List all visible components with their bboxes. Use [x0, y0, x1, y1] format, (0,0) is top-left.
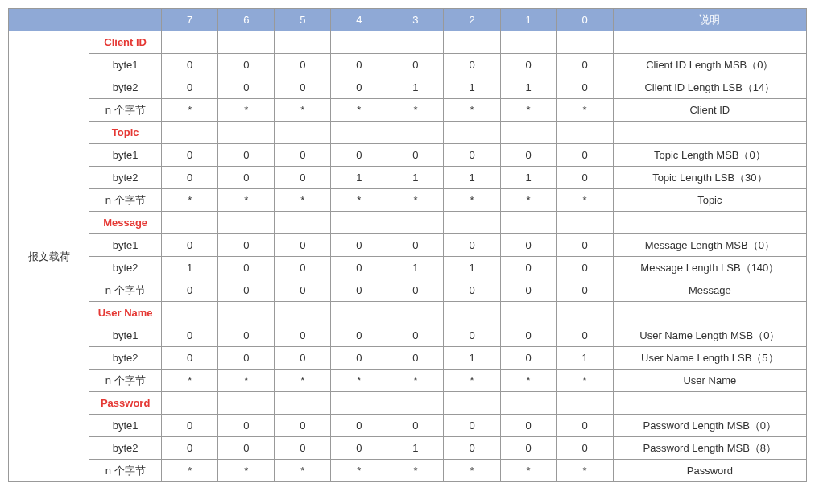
empty-cell	[556, 302, 613, 324]
bit-cell: 0	[218, 437, 275, 460]
section-row: Password	[9, 392, 807, 415]
row-label: byte1	[89, 144, 162, 167]
bit-cell: 0	[162, 167, 218, 189]
empty-desc	[613, 31, 806, 54]
bit-cell: *	[500, 460, 556, 482]
bit-cell: 0	[556, 144, 613, 167]
bit-cell: 0	[162, 437, 218, 460]
bit-cell: 0	[275, 437, 331, 460]
empty-cell	[275, 31, 331, 54]
empty-cell	[162, 122, 218, 144]
bit-cell: 0	[556, 54, 613, 76]
row-label: byte1	[89, 324, 162, 347]
header-row: 7 6 5 4 3 2 1 0 说明	[9, 9, 807, 31]
empty-cell	[162, 302, 218, 324]
bit-cell: 0	[500, 324, 556, 347]
section-row: Topic	[9, 122, 807, 144]
bit-cell: *	[500, 99, 556, 122]
bit-cell: 0	[331, 234, 387, 257]
desc-cell: Message Length LSB（140）	[613, 257, 806, 279]
bit-cell: 1	[387, 437, 444, 460]
bit-cell: 0	[331, 415, 387, 437]
empty-cell	[444, 302, 500, 324]
empty-cell	[218, 31, 275, 54]
bit-cell: 1	[556, 347, 613, 370]
bit-cell: 0	[556, 415, 613, 437]
bit-cell: 0	[556, 76, 613, 99]
bit-cell: 0	[275, 324, 331, 347]
empty-cell	[500, 122, 556, 144]
bit-cell: *	[556, 460, 613, 482]
desc-cell: Password Length MSB（8）	[613, 437, 806, 460]
bit-cell: 0	[387, 144, 444, 167]
bit-cell: *	[444, 99, 500, 122]
bit-cell: 0	[556, 167, 613, 189]
bit-cell: 0	[500, 415, 556, 437]
bit-cell: *	[387, 189, 444, 212]
bit-cell: *	[331, 370, 387, 392]
bit-cell: 0	[162, 144, 218, 167]
row-label: n 个字节	[89, 370, 162, 392]
bit-cell: 0	[218, 234, 275, 257]
bit-cell: *	[162, 189, 218, 212]
bit-cell: 0	[387, 54, 444, 76]
empty-cell	[387, 31, 444, 54]
bit-cell: 0	[162, 415, 218, 437]
bit-cell: 0	[331, 437, 387, 460]
empty-cell	[331, 392, 387, 415]
header-bit-0: 0	[556, 9, 613, 31]
section-title: Client ID	[89, 31, 162, 54]
empty-cell	[218, 392, 275, 415]
header-bit-1: 1	[500, 9, 556, 31]
empty-cell	[444, 212, 500, 234]
bit-cell: *	[331, 99, 387, 122]
bit-cell: 0	[500, 144, 556, 167]
bit-cell: 0	[275, 234, 331, 257]
bit-cell: 1	[387, 76, 444, 99]
row-label: n 个字节	[89, 189, 162, 212]
bit-cell: 1	[500, 76, 556, 99]
bit-cell: 0	[556, 257, 613, 279]
row-label: byte2	[89, 167, 162, 189]
empty-desc	[613, 122, 806, 144]
desc-cell: Topic Length LSB（30）	[613, 167, 806, 189]
bit-cell: *	[331, 189, 387, 212]
row-label: byte1	[89, 234, 162, 257]
bit-cell: 0	[331, 54, 387, 76]
header-side	[9, 9, 89, 31]
desc-cell: User Name	[613, 370, 806, 392]
bit-cell: 0	[162, 324, 218, 347]
desc-cell: Password	[613, 460, 806, 482]
desc-cell: Client ID Length LSB（14）	[613, 76, 806, 99]
side-label: 报文载荷	[9, 31, 89, 482]
bit-cell: *	[444, 189, 500, 212]
empty-cell	[275, 212, 331, 234]
table-row: n 个字节********Client ID	[9, 99, 807, 122]
bit-cell: 0	[275, 257, 331, 279]
row-label: byte2	[89, 437, 162, 460]
bit-cell: *	[218, 460, 275, 482]
bit-cell: *	[387, 460, 444, 482]
empty-cell	[556, 392, 613, 415]
bit-cell: 1	[387, 257, 444, 279]
empty-cell	[500, 212, 556, 234]
bit-cell: 0	[556, 437, 613, 460]
bit-cell: *	[162, 460, 218, 482]
bit-cell: *	[275, 460, 331, 482]
bit-cell: 0	[444, 54, 500, 76]
row-label: byte1	[89, 54, 162, 76]
bit-cell: 0	[275, 76, 331, 99]
bit-cell: 1	[500, 167, 556, 189]
table-row: byte100000000User Name Length MSB（0）	[9, 324, 807, 347]
bit-cell: 0	[444, 279, 500, 302]
bit-cell: 0	[500, 437, 556, 460]
empty-cell	[387, 212, 444, 234]
bit-cell: 0	[387, 415, 444, 437]
empty-cell	[387, 302, 444, 324]
payload-table: 7 6 5 4 3 2 1 0 说明 报文载荷Client IDbyte1000…	[8, 8, 807, 482]
empty-cell	[218, 212, 275, 234]
bit-cell: *	[556, 370, 613, 392]
row-label: n 个字节	[89, 99, 162, 122]
desc-cell: User Name Length MSB（0）	[613, 324, 806, 347]
table-row: n 个字节********Password	[9, 460, 807, 482]
